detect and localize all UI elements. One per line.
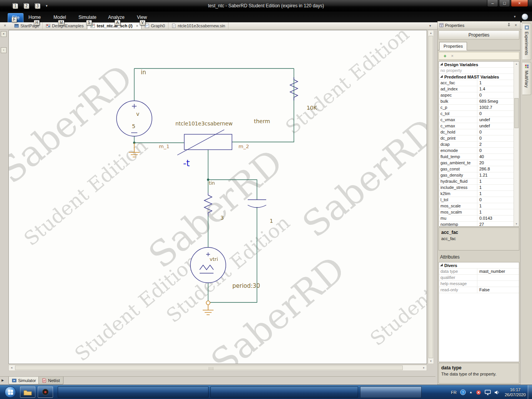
taskbar-explorer-button[interactable] (20, 386, 35, 398)
tab-scroll-icon[interactable]: ▶ (2, 379, 4, 382)
property-value[interactable]: 1.4 (477, 86, 514, 92)
canvas-horizontal-scrollbar[interactable]: ◂ ▸ (8, 365, 427, 371)
vsource-value-label[interactable]: 5 (132, 123, 135, 129)
capacitor-c1-value-label[interactable]: 1 (270, 218, 273, 224)
vsource-name-label[interactable]: v (136, 111, 139, 117)
property-group-header[interactable]: Design Variables (439, 62, 514, 68)
property-value[interactable]: 1 (477, 209, 514, 215)
property-row[interactable]: read-onlyFalse (439, 287, 519, 293)
property-row[interactable]: c_vmaxundef (439, 117, 514, 123)
help-round-icon[interactable] (522, 13, 528, 20)
sidebar-tab-multivary[interactable]: MultiVary (522, 62, 531, 95)
property-value[interactable]: 0 (477, 197, 514, 203)
property-value[interactable]: 0.0143 (477, 215, 514, 222)
taskbar-window-button-active[interactable] (360, 386, 422, 398)
scroll-up-icon[interactable]: ▴ (514, 62, 519, 66)
property-row[interactable]: nomtemp27 (439, 222, 514, 226)
properties-panel-titlebar[interactable]: Properties × (438, 22, 520, 29)
property-row[interactable]: mu0.0143 (439, 215, 514, 222)
expand-icon[interactable] (440, 75, 443, 78)
property-value[interactable]: 1 (477, 80, 514, 86)
ribbon-collapse-icon[interactable]: ▾ (514, 15, 516, 18)
dock-expand-icon[interactable]: › (1, 47, 7, 53)
schematic-canvas[interactable]: SaberRD Student Edition Student Edition … (8, 30, 427, 364)
property-value[interactable]: 0 (477, 111, 514, 117)
property-row[interactable]: dcap2 (439, 142, 514, 148)
minimize-button[interactable]: – (487, 0, 498, 7)
scrollbar-thumb[interactable] (429, 36, 433, 358)
voltage-source-v[interactable] (117, 101, 152, 136)
property-row[interactable]: dc_print0 (439, 135, 514, 142)
scrollbar-thumb[interactable] (15, 366, 403, 370)
panel-close-icon[interactable]: × (513, 23, 519, 27)
property-row[interactable]: mos_scalm1 (439, 209, 514, 215)
property-value[interactable] (477, 275, 519, 281)
maximize-button[interactable]: □ (499, 0, 510, 7)
property-row[interactable]: c_vmaxundef (439, 123, 514, 129)
tab-list-dropdown-icon[interactable]: ▾ (429, 24, 431, 28)
menu-model[interactable]: Model (53, 15, 66, 20)
scroll-up-icon[interactable]: ▴ (428, 30, 434, 35)
help-tray-icon[interactable]: ? (460, 389, 466, 395)
scroll-down-icon[interactable]: ▾ (428, 359, 434, 364)
property-row[interactable]: dc_hold0 (439, 129, 514, 135)
scrollbar-thumb[interactable] (514, 98, 519, 128)
taskbar-saberrd-button[interactable] (38, 386, 53, 398)
property-group-header[interactable]: Divers (439, 262, 519, 269)
resistor-therm-name-label[interactable]: therm (254, 118, 270, 124)
property-value[interactable]: 27 (477, 222, 514, 227)
titlebar[interactable]: ▾ test_ntc - SaberRD Student Edition (ex… (0, 0, 532, 12)
tab-close-icon[interactable]: × (136, 24, 138, 28)
property-value[interactable]: 1.21 (477, 172, 514, 179)
property-row[interactable]: hydraulic_fluid1 (439, 179, 514, 185)
property-row[interactable]: gas_ambient_te20 (439, 160, 514, 166)
property-row[interactable]: gas_density1.21 (439, 172, 514, 179)
thermistor-ntcle101e3csabernew[interactable] (177, 130, 232, 155)
vtri-period-label[interactable]: period:30 (232, 282, 260, 289)
dock-close-icon[interactable]: × (1, 31, 7, 37)
property-row[interactable]: no property (439, 68, 514, 74)
net-label-in[interactable]: in (141, 69, 146, 76)
vtri-name-label[interactable]: vtri (210, 256, 218, 262)
property-row[interactable]: data typemast_number (439, 269, 519, 275)
tab-sin-file[interactable]: ntcle101e3csabernew.sin (168, 22, 229, 29)
property-value[interactable]: 0 (477, 92, 514, 98)
start-button[interactable] (5, 386, 16, 398)
taskbar-window-button[interactable] (210, 386, 358, 398)
property-value[interactable]: 1 (477, 203, 514, 209)
thermistor-part-label[interactable]: ntcle101e3csabernew (175, 120, 233, 127)
property-row[interactable]: encmode0 (439, 148, 514, 154)
menu-view[interactable]: View (137, 15, 147, 20)
tab-designexamples[interactable]: DesignExamples (43, 22, 87, 29)
scroll-left-icon[interactable]: ◂ (9, 365, 14, 371)
property-row[interactable]: l_tol0 (439, 197, 514, 203)
resistor-therm-value-label[interactable]: 10K (307, 105, 317, 111)
voltage-source-vtri[interactable] (190, 247, 226, 283)
language-indicator[interactable]: FR (451, 390, 457, 395)
property-row[interactable]: help message (439, 281, 519, 287)
tab-simulator[interactable]: Simulator (8, 377, 39, 384)
property-row[interactable]: gas_const286.8 (439, 166, 514, 172)
property-value[interactable]: 1 (477, 179, 514, 185)
taskbar-window-button[interactable] (58, 386, 208, 398)
property-row[interactable]: c_p1002.7 (439, 105, 514, 111)
property-value[interactable]: 1002.7 (477, 105, 514, 111)
property-value[interactable] (477, 68, 514, 74)
property-value[interactable] (477, 281, 519, 287)
property-value[interactable]: 0 (477, 129, 514, 135)
property-row[interactable]: c_tol0 (439, 111, 514, 117)
tab-netlist[interactable]: Netlist (38, 377, 63, 384)
property-row[interactable]: mos_scale1 (439, 203, 514, 209)
property-value[interactable]: 20 (477, 160, 514, 166)
menu-home[interactable]: Home (28, 15, 41, 20)
expand-icon[interactable] (440, 63, 443, 65)
canvas-vertical-scrollbar[interactable]: ▴ ▾ (428, 30, 434, 364)
show-desktop-button[interactable] (528, 385, 532, 399)
property-row[interactable]: bulk689.5meg (439, 98, 514, 105)
clock[interactable]: 16:17 26/07/2020 (505, 387, 526, 397)
resistor-r3-value-label[interactable]: 3 (220, 215, 224, 221)
property-row[interactable]: qualifier (439, 275, 519, 281)
display-tray-icon[interactable] (485, 390, 491, 395)
scroll-right-icon[interactable]: ▸ (421, 365, 427, 371)
sidebar-tab-experiments[interactable]: Experiments (522, 23, 531, 60)
